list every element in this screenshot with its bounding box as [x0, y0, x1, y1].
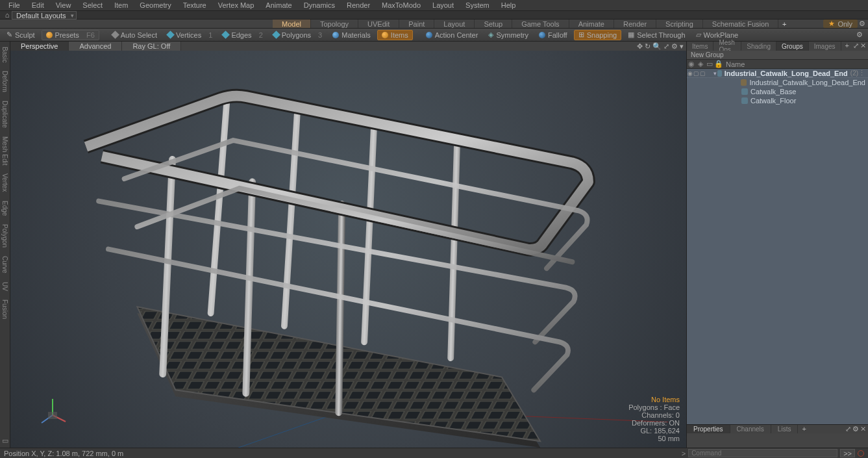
menu-item[interactable]: Item	[108, 1, 134, 9]
tab-layout[interactable]: Layout	[434, 19, 475, 28]
ltab-polygon[interactable]: Polygon	[1, 220, 9, 251]
vp-tab-perspective[interactable]: Perspective	[10, 42, 69, 51]
rtab-shading[interactable]: Shading	[741, 42, 776, 51]
tab-gametools[interactable]: Game Tools	[512, 19, 569, 28]
add-workspace-tab[interactable]: +	[778, 19, 790, 28]
rpanel-max-icon[interactable]: ⤢	[853, 42, 859, 51]
menu-view[interactable]: View	[50, 1, 77, 9]
col-sel-icon[interactable]: ▭	[705, 60, 714, 68]
menu-vertexmap[interactable]: Vertex Map	[212, 1, 260, 9]
tab-setup[interactable]: Setup	[475, 19, 512, 28]
menu-edit[interactable]: Edit	[26, 1, 50, 9]
tab-model[interactable]: Model	[273, 19, 311, 28]
vp-tab-raygl[interactable]: Ray GL: Off	[122, 42, 181, 51]
menu-texture[interactable]: Texture	[177, 1, 212, 9]
ltab-collapse-icon[interactable]: ▭	[2, 434, 8, 448]
home-icon[interactable]: ⌂	[3, 11, 12, 19]
ppanel-close-icon[interactable]: ⨯	[860, 425, 866, 433]
ltab-curve[interactable]: Curve	[1, 252, 9, 277]
svg-line-7	[211, 102, 227, 313]
selectthrough-button[interactable]: ▦Select Through	[624, 30, 689, 40]
scene-tree[interactable]: ◉▢▢ ▾ Industrial_Catwalk_Long_Dead_End (…	[687, 69, 868, 424]
command-input[interactable]	[688, 449, 837, 457]
expand-icon[interactable]: ▾	[713, 70, 717, 77]
ptab-channels[interactable]: Channels	[730, 425, 771, 433]
rtab-images[interactable]: Images	[809, 42, 841, 51]
items-button[interactable]: Items	[377, 30, 413, 40]
scene-tabs: Items Mesh Ops Shading Groups Images + ⤢…	[687, 42, 868, 51]
vp-gear-icon[interactable]: ⚙	[671, 42, 678, 51]
ltab-meshedit[interactable]: Mesh Edit	[1, 133, 9, 169]
new-group-button[interactable]: New Group	[687, 51, 868, 60]
edges-button[interactable]: Edges 2	[219, 30, 266, 40]
menu-maxtomodo[interactable]: MaxToModo	[376, 1, 427, 9]
autoselect-button[interactable]: Auto Select	[108, 30, 161, 40]
presets-button[interactable]: Presets F6	[42, 30, 99, 40]
tab-uvedit[interactable]: UVEdit	[358, 19, 399, 28]
right-panel: Items Mesh Ops Shading Groups Images + ⤢…	[686, 42, 868, 448]
ltab-deform[interactable]: Deform	[1, 67, 9, 96]
ltab-basic[interactable]: Basic	[1, 43, 9, 66]
tab-paint[interactable]: Paint	[399, 19, 434, 28]
tab-schematicfusion[interactable]: Schematic Fusion	[703, 19, 778, 28]
menu-animate[interactable]: Animate	[260, 1, 297, 9]
symmetry-button[interactable]: ◈Symmetry	[484, 30, 532, 40]
menu-select[interactable]: Select	[77, 1, 108, 9]
snapping-button[interactable]: ⊞Snapping	[574, 30, 622, 40]
falloff-button[interactable]: Falloff	[535, 30, 571, 40]
ptab-add[interactable]: +	[798, 425, 810, 433]
viewport-3d[interactable]: No Items Polygons : Face Channels: 0 Def…	[10, 51, 686, 448]
tree-item-2[interactable]: Catwalk_Floor	[687, 96, 868, 105]
tree-root[interactable]: ◉▢▢ ▾ Industrial_Catwalk_Long_Dead_End (…	[687, 69, 868, 78]
ppanel-max-icon[interactable]: ⤢	[845, 425, 851, 433]
menu-render[interactable]: Render	[341, 1, 376, 9]
layout-dropdown[interactable]: Default Layouts	[12, 11, 77, 19]
cmd-record-icon[interactable]	[858, 450, 864, 457]
rtab-items[interactable]: Items	[687, 42, 713, 51]
only-toggle[interactable]: ★Only	[823, 19, 858, 28]
vp-tab-advanced[interactable]: Advanced	[69, 42, 122, 51]
col-vis-icon[interactable]: ◈	[696, 60, 705, 68]
ltab-fusion[interactable]: Fusion	[1, 296, 9, 323]
polygons-button[interactable]: Polygons 3	[269, 30, 326, 40]
settings-icon[interactable]: ⚙	[859, 19, 865, 28]
menu-dynamics[interactable]: Dynamics	[298, 1, 341, 9]
rtab-groups[interactable]: Groups	[776, 42, 809, 51]
ltab-uv[interactable]: UV	[1, 278, 9, 295]
rpanel-close-icon[interactable]: ⨯	[860, 42, 866, 51]
tab-scripting[interactable]: Scripting	[656, 19, 703, 28]
menu-help[interactable]: Help	[495, 1, 522, 9]
vp-maximize-icon[interactable]: ⤢	[663, 42, 669, 51]
sculpt-button[interactable]: ✎Sculpt	[3, 30, 39, 40]
ltab-duplicate[interactable]: Duplicate	[1, 97, 9, 132]
tab-animate[interactable]: Animate	[569, 19, 614, 28]
col-eye-icon[interactable]: ◉	[687, 60, 696, 68]
tree-item-0[interactable]: Industrial_Catwalk_Long_Dead_End	[687, 78, 868, 87]
vp-move-icon[interactable]: ✥	[637, 42, 643, 51]
ltab-edge[interactable]: Edge	[1, 197, 9, 220]
rtab-meshops[interactable]: Mesh Ops	[713, 42, 741, 51]
toolbar-settings-icon[interactable]: ⚙	[856, 31, 865, 39]
menu-layout[interactable]: Layout	[427, 1, 460, 9]
snapping-icon: ⊞	[578, 31, 584, 39]
ptab-properties[interactable]: Properties	[687, 425, 730, 433]
menu-file[interactable]: File	[3, 1, 26, 9]
vertices-button[interactable]: Vertices 1	[164, 30, 216, 40]
cmd-run-button[interactable]: >>	[840, 449, 855, 457]
actioncenter-button[interactable]: Action Center	[422, 30, 482, 40]
vp-menu-icon[interactable]: ▾	[680, 42, 684, 51]
tab-topology[interactable]: Topology	[311, 19, 358, 28]
tab-render[interactable]: Render	[614, 19, 656, 28]
ptab-lists[interactable]: Lists	[771, 425, 799, 433]
vp-rotate-icon[interactable]: ↻	[645, 42, 651, 51]
tree-item-1[interactable]: Catwalk_Base	[687, 87, 868, 96]
rtab-add[interactable]: +	[841, 42, 853, 51]
vp-zoom-icon[interactable]: 🔍	[652, 42, 662, 51]
menu-system[interactable]: System	[460, 1, 495, 9]
menu-geometry[interactable]: Geometry	[134, 1, 177, 9]
ltab-vertex[interactable]: Vertex	[1, 170, 9, 196]
axis-gizmo[interactable]	[36, 396, 69, 428]
ppanel-gear-icon[interactable]: ⚙	[852, 425, 859, 433]
materials-button[interactable]: Materials	[329, 30, 375, 40]
col-lock-icon[interactable]: 🔒	[714, 60, 723, 68]
